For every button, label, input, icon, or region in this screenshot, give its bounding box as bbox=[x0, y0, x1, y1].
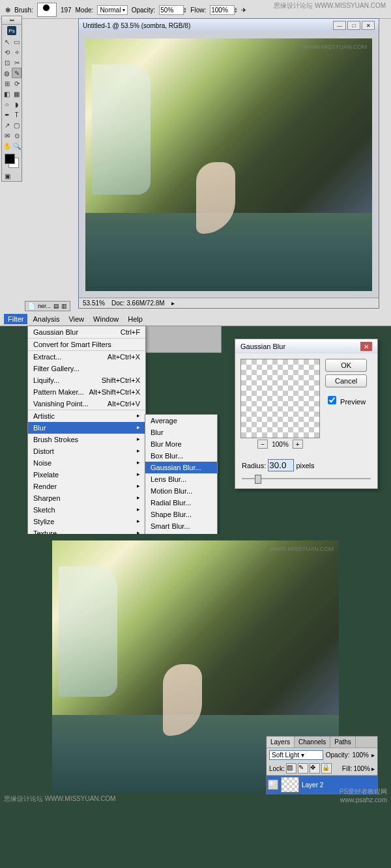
layer-thumbnail[interactable] bbox=[281, 777, 299, 792]
blend-mode-dropdown[interactable]: Soft Light ▾ bbox=[269, 750, 323, 760]
color-swatches[interactable] bbox=[5, 154, 19, 168]
blur-tool[interactable]: ○ bbox=[2, 99, 12, 109]
stamp-tool[interactable]: ⊞ bbox=[2, 78, 12, 89]
mi-brush-strokes[interactable]: Brush Strokes▸ bbox=[28, 434, 145, 445]
close-button[interactable]: ✕ bbox=[362, 21, 375, 30]
history-brush-tool[interactable]: ⟳ bbox=[12, 78, 22, 89]
preview-area[interactable] bbox=[240, 359, 320, 438]
marquee-tool[interactable]: ▭ bbox=[12, 36, 22, 47]
mi-blur2[interactable]: Blur bbox=[145, 427, 217, 438]
menu-analysis[interactable]: Analysis bbox=[29, 314, 63, 324]
radius-slider[interactable] bbox=[242, 478, 371, 486]
hand-tool[interactable]: ✋ bbox=[2, 141, 12, 151]
mi-filter-gallery[interactable]: Filter Gallery... bbox=[28, 363, 145, 374]
menu-view[interactable]: View bbox=[65, 314, 88, 324]
doc-tabs[interactable]: 📄 ner... ▤ ▥ bbox=[25, 301, 70, 311]
mi-shape-blur[interactable]: Shape Blur... bbox=[145, 509, 217, 520]
mi-vanishing-point[interactable]: Vanishing Point...Alt+Ctrl+V bbox=[28, 398, 145, 410]
eraser-tool[interactable]: ◧ bbox=[2, 89, 12, 99]
screen-mode[interactable]: ▣ bbox=[2, 171, 12, 181]
lock-transparent-icon[interactable]: ▨ bbox=[286, 763, 297, 774]
doc-title: Untitled-1 @ 53.5% (sombra, RGB/8) bbox=[83, 22, 190, 29]
mi-radial-blur[interactable]: Radial Blur... bbox=[145, 497, 217, 509]
move-tool[interactable]: ↖ bbox=[2, 36, 12, 47]
mi-noise[interactable]: Noise▸ bbox=[28, 457, 145, 469]
lasso-tool[interactable]: ⟲ bbox=[2, 47, 12, 57]
type-tool[interactable]: T bbox=[12, 109, 22, 120]
layer-name[interactable]: Layer 2 bbox=[302, 781, 323, 789]
brush-preview[interactable] bbox=[37, 3, 57, 17]
layer-fill[interactable]: 100% bbox=[353, 765, 370, 772]
zoom-in-button[interactable]: + bbox=[293, 440, 303, 449]
mi-artistic[interactable]: Artistic▸ bbox=[28, 410, 145, 422]
canvas[interactable]: WWW.MISSYUAN.COM bbox=[85, 38, 372, 291]
mi-box-blur[interactable]: Box Blur... bbox=[145, 450, 217, 462]
dodge-tool[interactable]: ◗ bbox=[12, 99, 22, 109]
airbrush-icon[interactable]: ✈ bbox=[241, 7, 246, 14]
mi-last-filter[interactable]: Gaussian BlurCtrl+F bbox=[28, 326, 145, 338]
mode-dropdown[interactable]: Normal bbox=[97, 5, 127, 15]
menu-filter[interactable]: Filter bbox=[4, 314, 27, 324]
mi-stylize[interactable]: Stylize▸ bbox=[28, 516, 145, 527]
notes-tool[interactable]: ✉ bbox=[2, 130, 12, 141]
radius-label: Radius: bbox=[242, 462, 266, 469]
layer-opacity[interactable]: 100% bbox=[352, 751, 369, 759]
brush-size: 197 bbox=[61, 7, 72, 14]
wand-tool[interactable]: ✧ bbox=[12, 47, 22, 57]
gradient-tool[interactable]: ▦ bbox=[12, 89, 22, 99]
tab-channels[interactable]: Channels bbox=[295, 736, 330, 748]
menu-window[interactable]: Window bbox=[89, 314, 123, 324]
tab-paths[interactable]: Paths bbox=[330, 736, 356, 748]
ok-button[interactable]: OK bbox=[325, 359, 367, 372]
mi-blur-more[interactable]: Blur More bbox=[145, 438, 217, 450]
opacity-label: Opacity: bbox=[132, 7, 156, 14]
zoom-tool[interactable]: 🔍 bbox=[12, 141, 22, 151]
mi-gaussian-blur[interactable]: Gaussian Blur... bbox=[145, 462, 217, 473]
heal-tool[interactable]: ◍ bbox=[2, 68, 12, 78]
toolbox-grip[interactable]: ┅ bbox=[2, 16, 22, 25]
menu-help[interactable]: Help bbox=[124, 314, 147, 324]
path-tool[interactable]: ↗ bbox=[2, 120, 12, 130]
toolbox: ┅ Ps ↖▭ ⟲✧ ⊡✂ ◍✎ ⊞⟳ ◧▦ ○◗ ✒T ↗▢ ✉⊙ ✋🔍 ▣ bbox=[1, 16, 22, 182]
status-arrow-icon[interactable]: ▸ bbox=[171, 300, 175, 307]
mi-pattern-maker[interactable]: Pattern Maker...Alt+Shift+Ctrl+X bbox=[28, 386, 145, 398]
mi-extract[interactable]: Extract...Alt+Ctrl+X bbox=[28, 350, 145, 363]
zoom-value[interactable]: 53.51% bbox=[83, 300, 105, 307]
lock-all-icon[interactable]: 🔒 bbox=[321, 763, 332, 774]
mi-pixelate[interactable]: Pixelate▸ bbox=[28, 469, 145, 481]
mode-label: Mode: bbox=[76, 7, 94, 14]
flow-input[interactable]: ▴▾ bbox=[210, 5, 237, 15]
watermark-top: 思缘设计论坛 WWW.MISSYUAN.COM bbox=[274, 1, 386, 10]
menu-bar: Filter Analysis View Window Help bbox=[0, 313, 391, 326]
mi-render[interactable]: Render▸ bbox=[28, 481, 145, 492]
tab-layers[interactable]: Layers bbox=[267, 736, 295, 748]
lock-position-icon[interactable]: ✥ bbox=[310, 763, 320, 774]
shape-tool[interactable]: ▢ bbox=[12, 120, 22, 130]
mi-sketch[interactable]: Sketch▸ bbox=[28, 504, 145, 516]
mi-blur[interactable]: Blur▸ bbox=[28, 422, 145, 434]
doc-size: Doc: 3.66M/72.8M bbox=[111, 300, 165, 307]
brush-tool[interactable]: ✎ bbox=[12, 68, 22, 78]
minimize-button[interactable]: — bbox=[333, 21, 346, 30]
mi-liquify[interactable]: Liquify...Shift+Ctrl+X bbox=[28, 374, 145, 386]
mi-average[interactable]: Average bbox=[145, 415, 217, 427]
dialog-close-button[interactable]: ✕ bbox=[360, 342, 372, 351]
slice-tool[interactable]: ✂ bbox=[12, 57, 22, 68]
mi-sharpen[interactable]: Sharpen▸ bbox=[28, 492, 145, 504]
maximize-button[interactable]: □ bbox=[347, 21, 360, 30]
mi-lens-blur[interactable]: Lens Blur... bbox=[145, 473, 217, 485]
mi-motion-blur[interactable]: Motion Blur... bbox=[145, 485, 217, 497]
eyedropper-tool[interactable]: ⊙ bbox=[12, 130, 22, 141]
zoom-out-button[interactable]: − bbox=[257, 440, 268, 449]
crop-tool[interactable]: ⊡ bbox=[2, 57, 12, 68]
visibility-icon[interactable]: 👁 bbox=[268, 779, 278, 790]
opacity-input[interactable]: ▴▾ bbox=[159, 5, 186, 15]
cancel-button[interactable]: Cancel bbox=[325, 374, 367, 387]
mi-convert-smart[interactable]: Convert for Smart Filters bbox=[28, 338, 145, 350]
mi-smart-blur[interactable]: Smart Blur... bbox=[145, 520, 217, 532]
lock-pixels-icon[interactable]: ✎ bbox=[298, 763, 308, 774]
mi-distort[interactable]: Distort▸ bbox=[28, 445, 145, 457]
pen-tool[interactable]: ✒ bbox=[2, 109, 12, 120]
preview-checkbox[interactable]: Preview bbox=[325, 394, 367, 406]
radius-input[interactable] bbox=[268, 459, 294, 471]
